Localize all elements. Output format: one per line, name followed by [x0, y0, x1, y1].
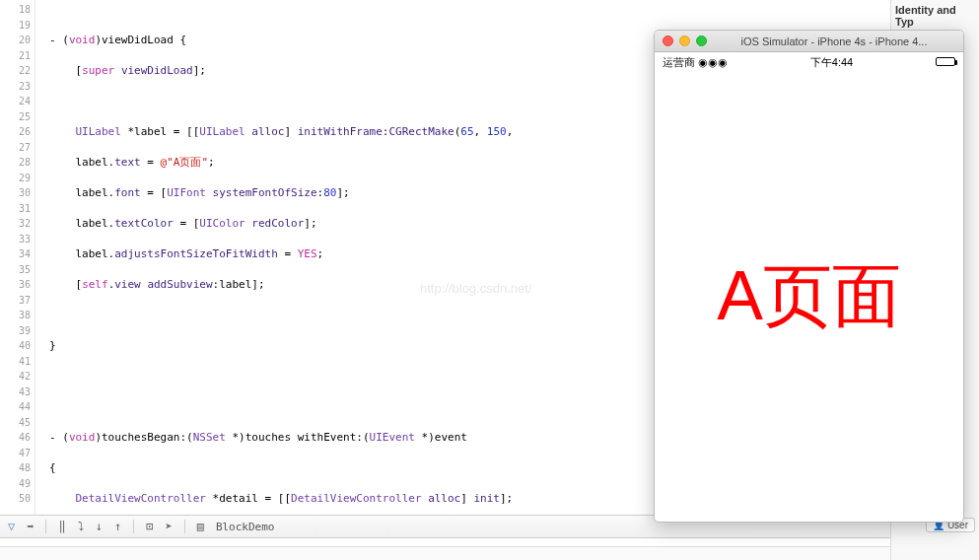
- wifi-icon: ◉◉◉: [698, 56, 728, 68]
- page-label: A页面: [717, 250, 901, 343]
- hierarchy-icon[interactable]: ▤: [197, 520, 204, 533]
- line-gutter: 1819202122232425262728293031323334353637…: [0, 0, 35, 515]
- ios-status-bar: 运营商 ◉◉◉ 下午4:44: [655, 52, 963, 72]
- location-icon[interactable]: ➤: [165, 520, 172, 533]
- simulator-screen[interactable]: A页面: [655, 72, 963, 522]
- time-label: 下午4:44: [810, 55, 853, 70]
- simulator-window[interactable]: iOS Simulator - iPhone 4s - iPhone 4... …: [654, 30, 964, 523]
- step-over-icon[interactable]: ⤵: [78, 520, 84, 533]
- traffic-lights: [663, 35, 707, 46]
- pause-icon[interactable]: ‖: [58, 520, 65, 533]
- minimize-icon[interactable]: [679, 35, 690, 46]
- step-out-icon[interactable]: ↑: [114, 520, 121, 533]
- breadcrumb[interactable]: BlockDemo: [216, 521, 275, 533]
- breakpoint-icon[interactable]: ➡: [27, 520, 34, 533]
- view-icon[interactable]: ⊡: [146, 520, 153, 533]
- step-in-icon[interactable]: ↓: [96, 520, 103, 533]
- inspector-section-title: Identity and Typ: [895, 4, 975, 28]
- maximize-icon[interactable]: [696, 35, 707, 46]
- scrollbar[interactable]: [0, 546, 890, 560]
- battery-icon: [936, 56, 955, 68]
- simulator-title: iOS Simulator - iPhone 4s - iPhone 4...: [713, 35, 955, 47]
- close-icon[interactable]: [663, 35, 673, 46]
- carrier-label: 运营商: [663, 56, 695, 68]
- filter-icon[interactable]: ▽: [8, 520, 15, 533]
- simulator-titlebar[interactable]: iOS Simulator - iPhone 4s - iPhone 4...: [655, 31, 963, 52]
